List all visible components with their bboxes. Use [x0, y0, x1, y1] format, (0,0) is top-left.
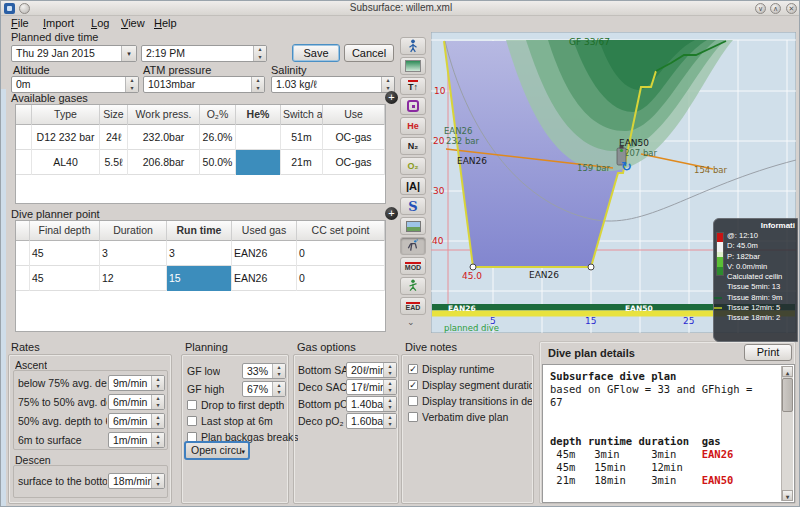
planner-row[interactable]: 45 12 15 EAN26 0	[16, 266, 385, 291]
tissue-swatch	[714, 307, 722, 309]
profile-gas-label: EAN26	[457, 156, 487, 166]
dive-mode-combobox[interactable]: Open circu	[184, 441, 250, 460]
personal-settings-icon[interactable]	[400, 37, 426, 55]
selected-cell[interactable]	[236, 150, 281, 175]
spinner-arrows-icon[interactable]	[125, 77, 138, 92]
heartrate-icon[interactable]	[400, 97, 426, 115]
ascent-box: below 75% avg. depth 9m/min 75% to 50% a…	[13, 370, 168, 450]
spinner-arrows-icon[interactable]	[272, 382, 285, 396]
altitude-spinbox[interactable]: 0m	[11, 76, 139, 93]
cancel-button[interactable]: Cancel	[344, 44, 394, 62]
spinner-arrows-icon[interactable]	[151, 414, 164, 428]
menu-file[interactable]: File	[11, 17, 29, 31]
scroll-up-icon[interactable]	[782, 366, 793, 377]
display-transitions-checkbox[interactable]	[408, 396, 418, 406]
temperature-icon[interactable]: T↑	[400, 77, 426, 95]
ascent-rate-spinbox[interactable]: 9m/min	[108, 375, 165, 391]
gf-high-spinbox[interactable]: 67%	[242, 381, 286, 397]
spinner-arrows-icon[interactable]	[383, 363, 396, 377]
mod-icon[interactable]: MOD	[400, 257, 426, 275]
ndl-runner-icon[interactable]	[400, 277, 426, 295]
gf-low-spinbox[interactable]: 33%	[242, 363, 286, 379]
title-bar: Subsurface: willem.xml	[1, 1, 800, 16]
print-button[interactable]: Print	[744, 344, 792, 361]
ascent-rate-spinbox[interactable]: 6m/min	[108, 413, 165, 429]
oxygen-graph-icon[interactable]: O₂	[400, 157, 426, 175]
gas-options-group: Bottom SAC 20ℓ/min Deco SAC 17ℓ/min Bott…	[293, 354, 399, 504]
planner-row[interactable]: 45 3 3 EAN26 0	[16, 241, 385, 266]
ascent-rate-label: below 75% avg. depth	[18, 377, 107, 389]
ascent-rate-spinbox[interactable]: 1m/min	[108, 432, 165, 448]
spinner-arrows-icon[interactable]	[383, 380, 396, 394]
ascent-rate-label: 75% to 50% avg. dept	[18, 396, 107, 408]
profile-info-box: Informati @: 12:10 D: 45.0m P: 182bar V:…	[713, 218, 798, 342]
menu-help[interactable]: Help	[154, 17, 177, 31]
time-spinbox[interactable]: 2:19 PM	[141, 45, 267, 62]
menu-log[interactable]: Log	[91, 17, 109, 31]
descent-rate-spinbox[interactable]: 18m/min	[108, 473, 165, 489]
minimize-icon[interactable]	[755, 3, 766, 14]
salinity-spinbox[interactable]: 1.03 kg/ℓ	[271, 76, 395, 93]
close-icon[interactable]	[786, 3, 797, 14]
display-segment-duration-checkbox[interactable]	[408, 380, 418, 390]
deco-sac-spinbox[interactable]: 17ℓ/min	[346, 379, 397, 395]
maximize-icon[interactable]	[770, 3, 781, 14]
scrollbar-thumb[interactable]	[782, 378, 793, 412]
deco-po2-spinbox[interactable]: 1.60bar	[346, 413, 397, 429]
spinner-arrows-icon[interactable]	[251, 77, 264, 92]
display-runtime-checkbox[interactable]	[408, 364, 418, 374]
profile-handle[interactable]	[470, 264, 476, 270]
planning-label: Planning	[185, 341, 228, 353]
spinner-arrows-icon[interactable]	[381, 77, 394, 92]
add-planner-point-button[interactable]: +	[385, 207, 398, 220]
ead-icon[interactable]: EAD	[400, 297, 426, 315]
nitrogen-graph-icon[interactable]: N₂	[400, 137, 426, 155]
time-tick: 25	[683, 316, 694, 326]
last-stop-6m-checkbox[interactable]	[187, 416, 197, 426]
save-button[interactable]: Save	[292, 44, 340, 62]
info-line: Calculated ceilin	[727, 272, 797, 282]
tissue-swatch	[714, 297, 722, 299]
profile-handle[interactable]	[588, 264, 594, 270]
scroll-down-icon[interactable]	[782, 490, 793, 501]
bottom-po2-spinbox[interactable]: 1.40bar	[346, 396, 397, 412]
add-gas-button[interactable]: +	[385, 91, 398, 104]
menu-import[interactable]: Import	[43, 17, 74, 31]
plan-row: 45m 15min 12min	[550, 461, 778, 474]
info-line: Tissue 5min: 13	[727, 282, 797, 292]
spinner-arrows-icon[interactable]	[253, 46, 266, 61]
selected-cell[interactable]: 15	[167, 266, 232, 291]
ceiling-shaded-icon[interactable]	[400, 57, 426, 75]
helium-graph-icon[interactable]: He	[400, 117, 426, 135]
diver-ruler-icon[interactable]	[400, 237, 426, 255]
spinner-arrows-icon[interactable]	[151, 376, 164, 390]
atm-pressure-label: ATM pressure	[143, 64, 211, 76]
gf-high-label: GF high	[187, 383, 224, 395]
spinner-arrows-icon[interactable]	[383, 414, 396, 428]
plan-scrollbar[interactable]	[781, 366, 793, 501]
spinner-arrows-icon[interactable]	[151, 395, 164, 409]
drop-to-first-depth-checkbox[interactable]	[187, 400, 197, 410]
ascent-rate-spinbox[interactable]: 6m/min	[108, 394, 165, 410]
available-gases-label: Available gases	[11, 92, 88, 104]
chevron-down-icon[interactable]	[121, 46, 136, 61]
menu-view[interactable]: View	[121, 17, 145, 31]
tissue-heatmap-icon[interactable]: |A|	[400, 177, 426, 195]
bottom-sac-spinbox[interactable]: 20ℓ/min	[346, 362, 397, 378]
gas-row[interactable]: AL40 5.5ℓ 206.8bar 50.0% 21m OC-gas	[16, 150, 385, 175]
toolbar-scroll-icon[interactable]: ⌄	[407, 317, 415, 327]
spinner-arrows-icon[interactable]	[272, 364, 285, 378]
photos-icon[interactable]	[400, 217, 426, 235]
spinner-arrows-icon[interactable]	[151, 433, 164, 447]
gas-row[interactable]: D12 232 bar 24ℓ 232.0bar 26.0% 51m OC-ga…	[16, 125, 385, 150]
gf-low-label: GF low	[187, 365, 220, 377]
spinner-arrows-icon[interactable]	[383, 397, 396, 411]
date-combobox[interactable]: Thu 29 Jan 2015	[11, 45, 137, 62]
verbatim-dive-plan-checkbox[interactable]	[408, 412, 418, 422]
atm-pressure-spinbox[interactable]: 1013mbar	[143, 76, 265, 93]
spinner-arrows-icon[interactable]	[151, 474, 164, 488]
salinity-icon[interactable]: S	[400, 197, 426, 215]
display-segment-duration-label: Display segment duration	[422, 379, 532, 391]
dive-planner-points-label: Dive planner point	[11, 208, 100, 220]
plan-details-text[interactable]: Subsurface dive plan based on GFlow = 33…	[542, 364, 795, 503]
